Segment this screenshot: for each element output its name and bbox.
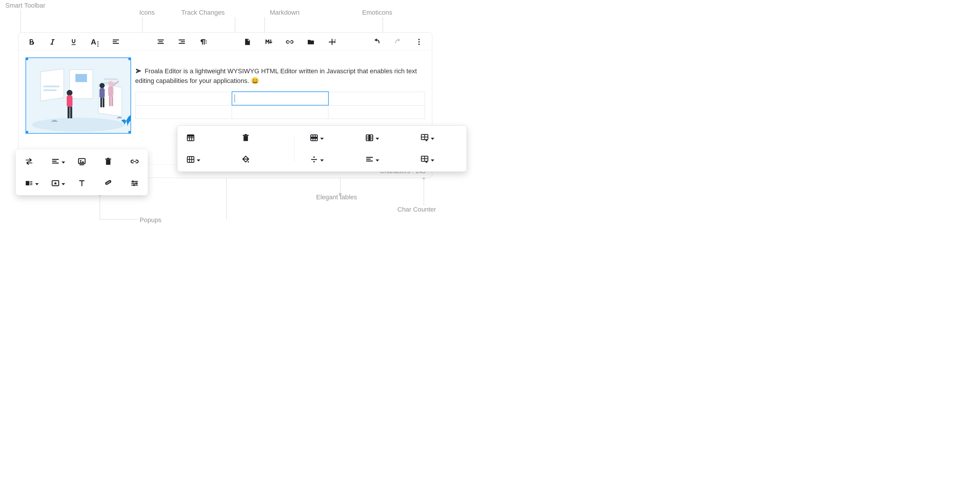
image-remove-button[interactable] [102, 155, 115, 168]
resize-handle[interactable] [25, 131, 28, 133]
svg-rect-33 [80, 164, 84, 165]
paragraph-more-button[interactable] [196, 35, 209, 48]
svg-rect-21 [67, 107, 70, 118]
table-row[interactable] [135, 105, 425, 119]
resize-handle[interactable] [129, 131, 131, 133]
svg-rect-41 [136, 182, 137, 184]
table-cell[interactable] [328, 92, 425, 105]
svg-rect-42 [134, 184, 135, 186]
svg-point-6 [418, 39, 420, 40]
svg-rect-48 [368, 135, 371, 141]
table-halign-button[interactable] [363, 153, 376, 166]
svg-point-2 [205, 43, 207, 44]
image-style-button[interactable] [49, 176, 62, 190]
svg-rect-11 [40, 68, 64, 101]
table-cell[interactable] [135, 105, 232, 119]
svg-rect-39 [105, 180, 111, 185]
table-cellbg-button[interactable] [239, 153, 253, 166]
svg-rect-28 [108, 86, 113, 97]
table-remove-button[interactable] [239, 131, 253, 144]
svg-point-10 [32, 118, 125, 132]
label-icons: Icons [139, 9, 155, 16]
svg-rect-14 [75, 74, 87, 82]
underline-button[interactable] [67, 35, 80, 48]
undo-button[interactable] [371, 35, 383, 48]
paper-plane-icon [135, 67, 143, 75]
editor-content[interactable]: Froala Editor is a lightweight WYSIWYG H… [19, 51, 432, 138]
svg-rect-15 [43, 86, 59, 87]
image-size-button[interactable] [102, 176, 115, 190]
toolbar-insert-group [241, 35, 338, 48]
toolbar-history-group [371, 35, 425, 48]
sample-paragraph[interactable]: Froala Editor is a lightweight WYSIWYG H… [135, 66, 432, 86]
selected-image[interactable] [25, 57, 131, 133]
image-alt-button[interactable] [75, 176, 89, 190]
image-caption-button[interactable] [75, 155, 89, 168]
format-more-button[interactable]: A [88, 35, 101, 48]
image-align-button[interactable] [49, 155, 62, 168]
link-button[interactable] [283, 35, 296, 48]
resize-handle[interactable] [129, 57, 131, 60]
smart-toolbar: A [19, 33, 432, 51]
svg-rect-20 [67, 95, 72, 108]
sample-illustration [26, 58, 130, 133]
insert-more-button[interactable] [326, 35, 338, 48]
table-cell-active[interactable] [232, 92, 328, 105]
paragraph-text: Froala Editor is a lightweight WYSIWYG H… [135, 67, 417, 84]
align-right-button[interactable] [175, 35, 188, 48]
label-smart-toolbar: Smart Toolbar [5, 2, 45, 10]
table-row[interactable] [135, 92, 425, 105]
table-header-button[interactable] [184, 131, 197, 144]
track-changes-button[interactable] [241, 35, 254, 48]
svg-point-8 [418, 44, 420, 45]
markdown-button[interactable] [262, 35, 275, 48]
svg-rect-46 [311, 137, 318, 139]
image-display-button[interactable] [22, 176, 36, 190]
image-popup [16, 149, 148, 195]
image-advanced-button[interactable] [128, 176, 142, 190]
leader-line [100, 195, 100, 219]
image-replace-button[interactable] [22, 155, 36, 168]
svg-rect-16 [43, 89, 56, 91]
label-emoticons: Emoticons [362, 9, 392, 16]
svg-point-7 [418, 41, 420, 43]
table-cell[interactable] [135, 92, 232, 105]
table-style-button[interactable] [418, 153, 431, 166]
svg-point-23 [99, 83, 105, 88]
popup-separator [294, 136, 294, 162]
table-row-button[interactable] [307, 131, 321, 144]
table-cell[interactable] [232, 105, 328, 119]
align-center-button[interactable] [154, 35, 167, 48]
table-cell-style-button[interactable] [418, 131, 431, 144]
align-left-button[interactable] [110, 35, 122, 48]
svg-rect-17 [104, 78, 118, 80]
svg-point-32 [80, 160, 81, 162]
svg-rect-29 [109, 97, 111, 106]
bold-button[interactable] [25, 35, 38, 48]
table-cells-button[interactable] [184, 153, 197, 166]
image-link-button[interactable] [128, 155, 142, 168]
emoji-grin: 😀 [251, 77, 259, 84]
file-button[interactable] [304, 35, 317, 48]
table-valign-button[interactable] [307, 153, 321, 166]
svg-point-19 [67, 90, 72, 96]
resize-handle[interactable] [25, 57, 28, 60]
label-track-changes: Track Changes [181, 9, 224, 16]
svg-rect-25 [100, 98, 102, 107]
toolbar-text-group: A [25, 35, 122, 48]
svg-point-5 [334, 42, 336, 43]
redo-button[interactable] [391, 35, 404, 48]
label-char-counter: Char Counter [397, 206, 436, 213]
table-column-button[interactable] [363, 131, 376, 144]
leader-line [21, 10, 21, 34]
italic-button[interactable] [46, 35, 59, 48]
more-vertical-button[interactable] [413, 35, 425, 48]
svg-rect-37 [30, 184, 33, 185]
table-cell[interactable] [328, 105, 425, 119]
svg-rect-35 [30, 181, 33, 182]
sample-table[interactable] [135, 91, 425, 119]
toolbar-align-group [154, 35, 209, 48]
svg-point-0 [205, 40, 207, 41]
svg-rect-44 [188, 135, 194, 137]
svg-rect-26 [103, 98, 104, 107]
